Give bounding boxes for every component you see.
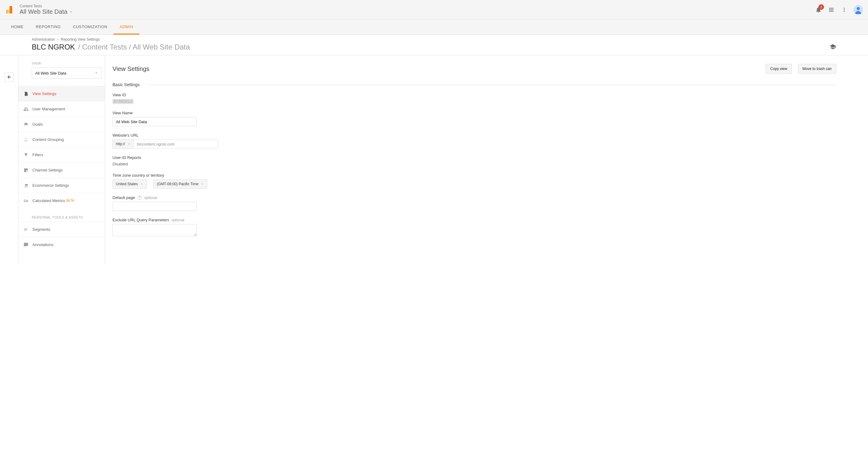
segments-icon: [22, 227, 30, 232]
protocol-value: http://: [116, 142, 125, 146]
sidebar-item-label: Segments: [32, 227, 51, 232]
default-page-label-text: Default page: [113, 195, 135, 200]
section-title: Basic Settings: [113, 82, 140, 87]
sidebar-item-view-settings[interactable]: View Settings: [18, 86, 105, 101]
view-name-label: View Name: [113, 111, 836, 115]
sidebar-item-label: Ecommerce Settings: [32, 183, 69, 188]
field-view-name: View Name: [113, 111, 836, 126]
chevron-down-icon: [201, 183, 204, 186]
exclude-params-input[interactable]: [113, 224, 197, 236]
copy-view-button[interactable]: Copy view: [766, 64, 792, 74]
funnel-icon: [22, 153, 30, 157]
ga-logo-icon: [5, 5, 13, 14]
sidebar-item-label: Goals: [32, 122, 43, 127]
breadcrumb-item[interactable]: Reporting View Settings: [61, 37, 100, 41]
dd-icon: Dd: [22, 199, 30, 203]
main-title: View Settings: [113, 65, 150, 72]
title-area[interactable]: Content Tests All Web Site Data: [20, 4, 73, 15]
sidebar-item-user-management[interactable]: User Management: [18, 101, 105, 117]
svg-point-2: [857, 7, 860, 10]
topbar-actions: 2: [815, 5, 863, 15]
protocol-dropdown[interactable]: http://: [113, 140, 133, 149]
notifications-button[interactable]: 2: [815, 6, 822, 13]
help-icon[interactable]: ?: [137, 196, 142, 200]
userid-value: Disabled: [113, 162, 836, 166]
account-name: BLC NGROK: [32, 43, 75, 51]
default-page-input[interactable]: [113, 202, 197, 211]
sidebar-item-calculated-metrics[interactable]: Dd Calculated Metrics BETA: [18, 193, 105, 208]
sidebar-item-segments[interactable]: Segments: [18, 222, 105, 237]
beta-badge: BETA: [66, 199, 74, 203]
field-timezone: Time zone country or territory United St…: [113, 173, 836, 189]
sidebar-item-content-grouping[interactable]: Content Grouping: [18, 132, 105, 147]
website-url-label: Website's URL: [113, 133, 836, 137]
sidebar-item-label: Annotations: [32, 242, 54, 247]
move-to-trash-button[interactable]: Move to trash can: [798, 64, 836, 74]
view-id-label: View ID: [113, 93, 836, 97]
sidebar: VIEW All Web Site Data View Settings Use…: [18, 55, 105, 265]
education-icon[interactable]: [830, 43, 836, 51]
main-content: View Settings Copy view Move to trash ca…: [105, 55, 868, 265]
back-button[interactable]: [5, 72, 14, 82]
view-name-input[interactable]: [113, 117, 197, 126]
group-icon: [22, 137, 30, 142]
sidebar-item-ecommerce-settings[interactable]: Ecommerce Settings: [18, 178, 105, 193]
view-selector[interactable]: All Web Site Data: [32, 67, 101, 79]
sidebar-item-label: Channel Settings: [32, 168, 63, 173]
svg-rect-0: [9, 6, 12, 13]
view-id-value: 87392012: [113, 99, 133, 104]
property-selector[interactable]: All Web Site Data: [20, 8, 73, 15]
exclude-params-label-text: Exclude URL Query Parameters: [113, 218, 169, 222]
tz-zone-dropdown[interactable]: (GMT-08:00) Pacific Time: [153, 179, 207, 189]
cart-icon: [22, 183, 30, 188]
field-default-page: Default page ? optional: [113, 195, 836, 211]
tz-country-value: United States: [116, 182, 138, 186]
breadcrumb-item[interactable]: Administration: [32, 37, 55, 41]
sidebar-item-channel-settings[interactable]: Channel Settings: [18, 162, 105, 178]
apps-button[interactable]: [828, 6, 835, 13]
svg-rect-1: [6, 10, 9, 13]
context-label: Content Tests: [20, 4, 73, 8]
sidebar-item-label: User Management: [32, 107, 65, 111]
left-gutter: [0, 55, 18, 265]
account-avatar[interactable]: [853, 5, 863, 15]
tab-admin[interactable]: ADMIN: [114, 20, 139, 35]
breadcrumb: Administration › Reporting View Settings: [32, 37, 868, 41]
sidebar-item-filters[interactable]: Filters: [18, 147, 105, 162]
tab-home[interactable]: HOME: [5, 20, 30, 35]
chevron-down-icon: [140, 183, 143, 186]
path-label: / Content Tests / All Web Site Data: [78, 43, 190, 51]
sidebar-list: View Settings User Management Goals Cont…: [18, 86, 105, 208]
optional-tag: optional: [144, 196, 157, 200]
divider: [146, 85, 836, 85]
userid-label: User-ID Reports: [113, 155, 836, 160]
chevron-down-icon: [69, 10, 73, 14]
chevron-down-icon: [94, 71, 98, 75]
section-basic-settings: Basic Settings: [113, 82, 836, 87]
sidebar-item-label: View Settings: [32, 91, 57, 96]
sidebar-item-label: Filters: [32, 153, 43, 157]
sidebar-item-label: Content Grouping: [32, 137, 64, 142]
sidebar-item-label: Calculated Metrics: [32, 198, 65, 203]
view-selector-value: All Web Site Data: [35, 71, 66, 75]
flag-icon: [22, 122, 30, 127]
annotations-icon: [22, 242, 30, 247]
tab-customization[interactable]: CUSTOMIZATION: [67, 20, 114, 35]
tz-zone-value: (GMT-08:00) Pacific Time: [157, 182, 198, 186]
property-label: All Web Site Data: [20, 8, 67, 15]
page-title: BLC NGROK / Content Tests / All Web Site…: [32, 43, 190, 51]
chevron-down-icon: [127, 143, 130, 146]
default-page-label: Default page ? optional: [113, 195, 836, 200]
top-bar: Content Tests All Web Site Data 2: [0, 0, 868, 20]
sidebar-item-goals[interactable]: Goals: [18, 117, 105, 132]
field-exclude-params: Exclude URL Query Parameters optional: [113, 218, 836, 237]
channel-icon: [22, 168, 30, 173]
tz-country-dropdown[interactable]: United States: [113, 179, 147, 189]
field-view-id: View ID 87392012: [113, 93, 836, 104]
more-button[interactable]: [840, 6, 848, 13]
section-view-heading: VIEW: [32, 61, 105, 65]
website-url-input[interactable]: [133, 140, 218, 149]
exclude-params-label: Exclude URL Query Parameters optional: [113, 218, 836, 222]
sidebar-item-annotations[interactable]: Annotations: [18, 237, 105, 252]
tab-reporting[interactable]: REPORTING: [30, 20, 67, 35]
